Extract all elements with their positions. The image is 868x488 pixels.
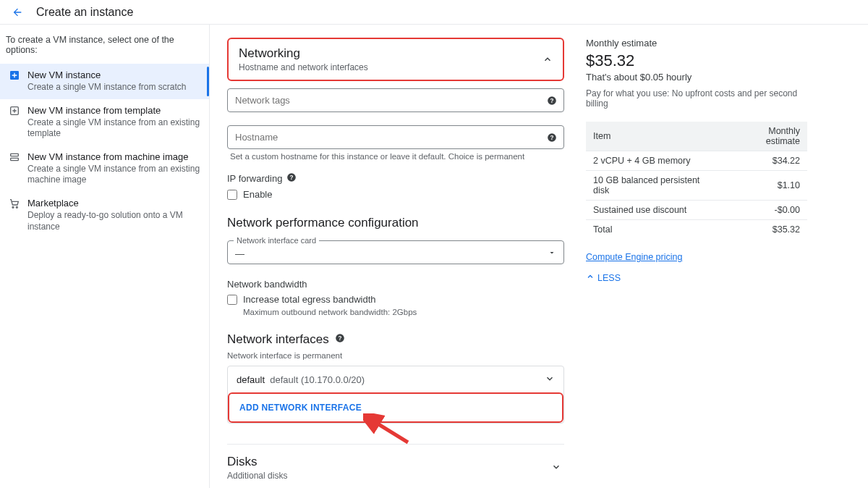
- bandwidth-checkbox[interactable]: [227, 295, 237, 305]
- estimate-heading: Monthly estimate: [586, 38, 807, 49]
- sidebar-option-new-vm[interactable]: New VM instance Create a single VM insta…: [0, 64, 209, 99]
- help-icon[interactable]: ?: [286, 172, 297, 185]
- svg-point-4: [12, 206, 14, 208]
- table-row: 2 vCPU + 4 GB memory $34.22: [586, 151, 807, 171]
- interfaces-heading: Network interfaces ?: [227, 332, 564, 347]
- interfaces-hint: Network interface is permanent: [227, 351, 564, 360]
- svg-rect-2: [11, 153, 19, 156]
- bandwidth-check-row: Increase total egress bandwidth: [227, 294, 564, 305]
- hostname-input[interactable]: [227, 125, 564, 149]
- disks-subtitle: Additional disks: [227, 471, 287, 481]
- disk-stack-icon: [9, 151, 23, 186]
- svg-point-5: [16, 206, 17, 208]
- estimate-panel: Monthly estimate $35.32 That's about $0.…: [586, 25, 825, 488]
- network-tags-input[interactable]: [227, 88, 564, 112]
- less-toggle[interactable]: LESS: [586, 272, 807, 283]
- sidebar-option-title: New VM instance from template: [27, 105, 203, 116]
- chevron-down-icon: [545, 374, 555, 386]
- svg-text:?: ?: [550, 134, 554, 140]
- nic-select-value: —: [235, 248, 244, 259]
- table-row: Total $35.32: [586, 220, 807, 240]
- disks-title: Disks: [227, 455, 287, 469]
- ip-forwarding-label: IP forwarding ?: [227, 172, 564, 185]
- sidebar-option-title: New VM instance: [27, 70, 186, 80]
- help-icon[interactable]: ?: [547, 132, 557, 143]
- networking-section-highlight: Networking Hostname and network interfac…: [227, 38, 564, 81]
- chevron-up-icon: [542, 54, 553, 64]
- estimate-hourly: That's about $0.05 hourly: [586, 72, 807, 83]
- sidebar-option-marketplace[interactable]: Marketplace Deploy a ready-to-go solutio…: [0, 192, 209, 238]
- sidebar-option-title: Marketplace: [27, 198, 203, 209]
- networking-section-header[interactable]: Networking Hostname and network interfac…: [229, 39, 563, 80]
- page-title: Create an instance: [36, 6, 133, 19]
- caret-down-icon: [548, 248, 556, 259]
- networking-subtitle: Hostname and network interfaces: [239, 62, 368, 72]
- svg-text:?: ?: [338, 335, 341, 342]
- disks-section-header[interactable]: Disks Additional disks: [227, 445, 564, 481]
- nic-select-legend: Network interface card: [234, 236, 319, 245]
- interface-name: default: [237, 374, 265, 385]
- help-icon[interactable]: ?: [335, 332, 345, 347]
- svg-text:?: ?: [550, 97, 554, 104]
- sidebar-option-template[interactable]: New VM instance from template Create a s…: [0, 99, 209, 146]
- hostname-field: ?: [227, 125, 564, 149]
- hostname-hint: Set a custom hostname for this instance …: [227, 152, 564, 161]
- plus-square-outline-icon: [9, 105, 23, 140]
- networking-title: Networking: [239, 46, 368, 61]
- ip-forwarding-checkbox[interactable]: [227, 190, 237, 200]
- estimate-table: Item Monthly estimate 2 vCPU + 4 GB memo…: [586, 122, 807, 239]
- table-row: Sustained use discount -$0.00: [586, 201, 807, 220]
- sidebar-option-desc: Create a single VM instance from an exis…: [27, 164, 203, 186]
- bandwidth-check-label: Increase total egress bandwidth: [243, 294, 376, 305]
- svg-rect-3: [11, 158, 19, 160]
- sidebar-option-desc: Create a single VM instance from scratch: [27, 82, 186, 93]
- sidebar-option-desc: Deploy a ready-to-go solution onto a VM …: [27, 210, 203, 232]
- bandwidth-label: Network bandwidth: [227, 279, 564, 290]
- chevron-down-icon: [551, 462, 561, 474]
- sidebar: To create a VM instance, select one of t…: [0, 25, 210, 488]
- sidebar-option-desc: Create a single VM instance from an exis…: [27, 117, 203, 140]
- table-row: 10 GB balanced persistent disk $1.10: [586, 171, 807, 201]
- help-icon[interactable]: ?: [547, 96, 557, 106]
- sidebar-option-title: New VM instance from machine image: [27, 151, 203, 162]
- ip-forwarding-enable-row: Enable: [227, 189, 564, 200]
- bandwidth-hint: Maximum outbound network bandwidth: 2Gbp…: [227, 308, 564, 316]
- network-perf-heading: Network performance configuration: [227, 216, 564, 230]
- plus-square-filled-icon: [9, 70, 23, 93]
- back-arrow-icon[interactable]: [12, 7, 23, 18]
- interface-row[interactable]: default default (10.170.0.0/20): [228, 366, 563, 393]
- estimate-col-value: Monthly estimate: [725, 122, 807, 151]
- main-form: Networking Hostname and network interfac…: [210, 25, 586, 488]
- cart-icon: [9, 198, 23, 232]
- page-header: Create an instance: [0, 0, 868, 25]
- chevron-up-icon: [586, 272, 595, 283]
- estimate-col-item: Item: [586, 122, 725, 151]
- estimate-note: Pay for what you use: No upfront costs a…: [586, 88, 807, 109]
- pricing-link[interactable]: Compute Engine pricing: [586, 252, 682, 262]
- ip-forwarding-enable-label: Enable: [243, 189, 272, 200]
- estimate-price: $35.32: [586, 51, 807, 70]
- svg-text:?: ?: [290, 174, 294, 181]
- svg-line-14: [370, 419, 408, 442]
- sidebar-intro: To create a VM instance, select one of t…: [0, 35, 209, 64]
- nic-select[interactable]: Network interface card —: [227, 240, 564, 264]
- sidebar-option-machine-image[interactable]: New VM instance from machine image Creat…: [0, 146, 209, 192]
- network-tags-field: ?: [227, 88, 564, 112]
